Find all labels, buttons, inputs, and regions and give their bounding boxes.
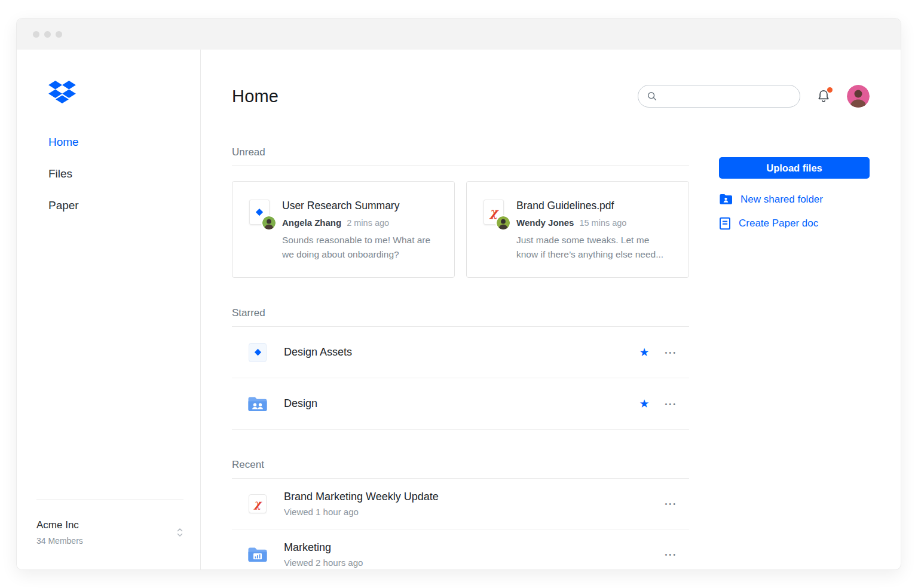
row-actions: ★ ••• xyxy=(639,398,689,409)
section-label: Starred xyxy=(232,307,689,319)
row-text: Marketing Viewed 2 hours ago xyxy=(284,541,363,568)
sidebar-item-home[interactable]: Home xyxy=(48,136,79,149)
author-avatar xyxy=(495,215,511,231)
more-options-button[interactable]: ••• xyxy=(665,400,677,408)
team-info: Acme Inc 34 Members xyxy=(36,519,83,546)
pdf-file-icon: χ xyxy=(249,494,267,513)
actions-rail: Upload files New sha xyxy=(719,146,870,569)
team-members-count: 34 Members xyxy=(36,536,83,546)
star-icon[interactable]: ★ xyxy=(639,398,649,409)
page-header: Home xyxy=(232,84,870,108)
unread-cards: User Research Summary Angela Zhang 2 min… xyxy=(232,181,689,278)
card-file-icon: χ xyxy=(484,200,505,231)
row-text: Brand Marketing Weekly Update Viewed 1 h… xyxy=(284,491,439,517)
folder-name: Design xyxy=(284,397,317,410)
app-window: Home Files Paper Acme Inc 34 Members xyxy=(16,18,901,570)
sidebar: Home Files Paper Acme Inc 34 Members xyxy=(17,50,201,569)
card-content: Brand Guidelines.pdf Wendy Jones 15 mins… xyxy=(516,200,673,262)
row-actions: ••• xyxy=(665,500,689,507)
card-title: Brand Guidelines.pdf xyxy=(516,200,673,212)
card-title: User Research Summary xyxy=(282,200,439,212)
header-actions xyxy=(638,85,870,108)
card-content: User Research Summary Angela Zhang 2 min… xyxy=(282,200,439,262)
section-recent: Recent χ Brand Marketing Weekly Update xyxy=(232,459,689,569)
notifications-button[interactable] xyxy=(816,88,831,104)
card-timestamp: 2 mins ago xyxy=(347,218,389,228)
team-name: Acme Inc xyxy=(36,519,83,531)
card-comment: Just made some tweaks. Let me know if th… xyxy=(516,233,673,262)
viewed-timestamp: Viewed 2 hours ago xyxy=(284,558,363,568)
feed-column: Unread xyxy=(232,146,689,569)
card-author: Wendy Jones xyxy=(516,218,574,228)
window-control-dot[interactable] xyxy=(33,31,39,38)
acrobat-glyph-icon: χ xyxy=(489,206,497,218)
page: Home Files Paper Acme Inc 34 Members xyxy=(0,0,918,588)
window-control-dot[interactable] xyxy=(44,31,51,38)
divider xyxy=(232,166,689,166)
rail-link-label: New shared folder xyxy=(740,194,823,206)
file-name: Brand Marketing Weekly Update xyxy=(284,491,439,503)
sidebar-nav: Home Files Paper xyxy=(48,136,200,212)
rail-links: New shared folder xyxy=(719,193,870,230)
upload-files-button[interactable]: Upload files xyxy=(719,157,870,179)
folder-chart-icon xyxy=(247,546,268,563)
row-actions: ★ ••• xyxy=(639,347,689,358)
rail-link-label: Create Paper doc xyxy=(739,218,818,229)
notification-badge xyxy=(827,87,833,93)
team-switcher-button[interactable] xyxy=(176,527,183,538)
dropbox-logo-icon[interactable] xyxy=(48,81,76,107)
section-starred: Starred Design Assets ★ xyxy=(232,307,689,430)
card-timestamp: 15 mins ago xyxy=(579,218,626,228)
section-label: Unread xyxy=(232,146,689,158)
content-row: Unread xyxy=(232,146,870,569)
sidebar-item-paper[interactable]: Paper xyxy=(48,199,79,212)
card-author: Angela Zhang xyxy=(282,218,341,228)
section-label: Recent xyxy=(232,459,689,471)
section-unread: Unread xyxy=(232,146,689,278)
search-box[interactable] xyxy=(638,85,800,108)
card-meta: Wendy Jones 15 mins ago xyxy=(516,218,673,228)
recent-row[interactable]: Marketing Viewed 2 hours ago ••• xyxy=(232,529,689,569)
star-icon[interactable]: ★ xyxy=(639,347,649,358)
search-input[interactable] xyxy=(663,91,791,102)
card-file-icon xyxy=(249,200,271,231)
row-actions: ••• xyxy=(665,551,689,558)
new-shared-folder-icon xyxy=(719,193,733,206)
folder-name: Marketing xyxy=(284,541,363,554)
card-comment: Sounds reasonable to me! What are we doi… xyxy=(282,233,439,262)
team-selector[interactable]: Acme Inc 34 Members xyxy=(36,500,183,569)
dropbox-file-icon xyxy=(249,343,267,362)
acrobat-glyph-icon: χ xyxy=(254,498,261,509)
create-paper-doc-link[interactable]: Create Paper doc xyxy=(719,217,870,230)
more-options-button[interactable]: ••• xyxy=(665,551,677,558)
new-shared-folder-link[interactable]: New shared folder xyxy=(719,193,870,206)
window-body: Home Files Paper Acme Inc 34 Members xyxy=(17,50,901,569)
window-titlebar xyxy=(17,19,901,50)
starred-row[interactable]: Design ★ ••• xyxy=(232,378,689,430)
paper-doc-icon xyxy=(719,217,731,230)
page-title: Home xyxy=(232,87,279,106)
more-options-button[interactable]: ••• xyxy=(665,349,677,356)
shared-folder-icon xyxy=(247,396,268,412)
chevron-up-down-icon xyxy=(176,527,183,538)
more-options-button[interactable]: ••• xyxy=(665,500,677,507)
user-avatar[interactable] xyxy=(847,85,870,108)
viewed-timestamp: Viewed 1 hour ago xyxy=(284,507,439,517)
unread-card[interactable]: χ xyxy=(466,181,689,278)
sidebar-item-files[interactable]: Files xyxy=(48,167,72,180)
author-avatar xyxy=(261,215,277,231)
unread-card[interactable]: User Research Summary Angela Zhang 2 min… xyxy=(232,181,455,278)
recent-row[interactable]: χ Brand Marketing Weekly Update Viewed 1… xyxy=(232,479,689,529)
main-content: Home xyxy=(201,50,901,569)
card-meta: Angela Zhang 2 mins ago xyxy=(282,218,439,228)
starred-row[interactable]: Design Assets ★ ••• xyxy=(232,327,689,378)
file-name: Design Assets xyxy=(284,346,352,359)
window-control-dot[interactable] xyxy=(56,31,62,38)
search-icon xyxy=(647,91,657,102)
